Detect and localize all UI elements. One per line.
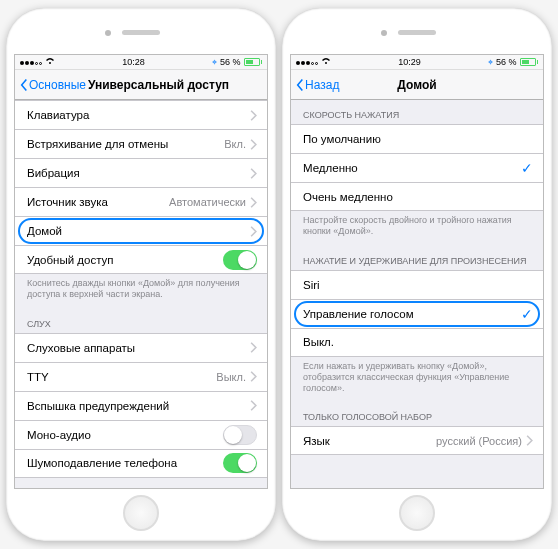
camera bbox=[381, 30, 387, 36]
phone-right: 10:29 ⌖ 56 % Назад Домой СКОРОСТЬ НАЖАТИ… bbox=[282, 8, 552, 541]
settings-list[interactable]: СКОРОСТЬ НАЖАТИЯ По умолчанию Медленно ✓… bbox=[291, 100, 543, 488]
status-bar: 10:28 ⌖ 56 % bbox=[15, 55, 267, 70]
row-voice-control[interactable]: Управление голосом ✓ bbox=[291, 299, 543, 328]
footer-speed: Настройте скорость двойного и тройного н… bbox=[291, 211, 543, 246]
row-off[interactable]: Выкл. bbox=[291, 328, 543, 357]
row-mono-audio[interactable]: Моно-аудио bbox=[15, 420, 267, 449]
row-tty[interactable]: TTY Выкл. bbox=[15, 362, 267, 391]
section-press-hold: НАЖАТИЕ И УДЕРЖИВАНИЕ ДЛЯ ПРОИЗНЕСЕНИЯ bbox=[291, 246, 543, 270]
chevron-right-icon bbox=[250, 197, 257, 208]
signal-icon bbox=[296, 57, 319, 67]
row-speed-slow[interactable]: Медленно ✓ bbox=[291, 153, 543, 182]
section-hearing: СЛУХ bbox=[15, 309, 267, 333]
home-button[interactable] bbox=[399, 495, 435, 531]
wifi-icon bbox=[45, 57, 55, 67]
row-home[interactable]: Домой bbox=[15, 216, 267, 245]
battery-percent: 56 % bbox=[220, 57, 241, 67]
battery-icon bbox=[520, 58, 539, 66]
toggle-reachability[interactable] bbox=[223, 250, 257, 270]
wifi-icon bbox=[321, 57, 331, 67]
row-audio-source[interactable]: Источник звука Автоматически bbox=[15, 187, 267, 216]
section-click-speed: СКОРОСТЬ НАЖАТИЯ bbox=[291, 100, 543, 124]
settings-list[interactable]: Клавиатура Встряхивание для отмены Вкл. … bbox=[15, 100, 267, 488]
row-language[interactable]: Язык русский (Россия) bbox=[291, 426, 543, 455]
battery-percent: 56 % bbox=[496, 57, 517, 67]
speaker bbox=[122, 30, 160, 35]
nav-title: Универсальный доступ bbox=[88, 78, 229, 92]
chevron-right-icon bbox=[526, 435, 533, 446]
row-speed-default[interactable]: По умолчанию bbox=[291, 124, 543, 153]
row-speed-slowest[interactable]: Очень медленно bbox=[291, 182, 543, 211]
row-reachability[interactable]: Удобный доступ bbox=[15, 245, 267, 274]
chevron-right-icon bbox=[250, 371, 257, 382]
chevron-right-icon bbox=[250, 110, 257, 121]
footer-hold: Если нажать и удерживать кнопку «Домой»,… bbox=[291, 357, 543, 403]
status-time: 10:29 bbox=[331, 57, 488, 67]
chevron-right-icon bbox=[250, 342, 257, 353]
row-vibration[interactable]: Вибрация bbox=[15, 158, 267, 187]
screen-left: 10:28 ⌖ 56 % Основные Универсальный дост… bbox=[14, 54, 268, 489]
status-bar: 10:29 ⌖ 56 % bbox=[291, 55, 543, 70]
back-label: Назад bbox=[305, 78, 339, 92]
bluetooth-icon: ⌖ bbox=[212, 57, 217, 68]
home-button[interactable] bbox=[123, 495, 159, 531]
row-led-flash[interactable]: Вспышка предупреждений bbox=[15, 391, 267, 420]
nav-bar: Основные Универсальный доступ bbox=[15, 70, 267, 100]
status-time: 10:28 bbox=[55, 57, 212, 67]
signal-icon bbox=[20, 57, 43, 67]
toggle-noise[interactable] bbox=[223, 453, 257, 473]
chevron-right-icon bbox=[250, 400, 257, 411]
back-button[interactable]: Назад bbox=[291, 78, 339, 92]
camera bbox=[105, 30, 111, 36]
back-button[interactable]: Основные bbox=[15, 78, 86, 92]
bluetooth-icon: ⌖ bbox=[488, 57, 493, 68]
checkmark-icon: ✓ bbox=[521, 306, 533, 322]
phone-left: 10:28 ⌖ 56 % Основные Универсальный дост… bbox=[6, 8, 276, 541]
footer-reachability: Коснитесь дважды кнопки «Домой» для полу… bbox=[15, 274, 267, 309]
chevron-right-icon bbox=[250, 226, 257, 237]
section-voice-dial: ТОЛЬКО ГОЛОСОВОЙ НАБОР bbox=[291, 402, 543, 426]
row-noise-cancel[interactable]: Шумоподавление телефона bbox=[15, 449, 267, 478]
row-hearing-devices[interactable]: Слуховые аппараты bbox=[15, 333, 267, 362]
speaker bbox=[398, 30, 436, 35]
chevron-right-icon bbox=[250, 139, 257, 150]
nav-bar: Назад Домой bbox=[291, 70, 543, 100]
row-keyboard[interactable]: Клавиатура bbox=[15, 100, 267, 129]
row-siri[interactable]: Siri bbox=[291, 270, 543, 299]
row-shake-undo[interactable]: Встряхивание для отмены Вкл. bbox=[15, 129, 267, 158]
back-label: Основные bbox=[29, 78, 86, 92]
screen-right: 10:29 ⌖ 56 % Назад Домой СКОРОСТЬ НАЖАТИ… bbox=[290, 54, 544, 489]
checkmark-icon: ✓ bbox=[521, 160, 533, 176]
toggle-mono[interactable] bbox=[223, 425, 257, 445]
chevron-right-icon bbox=[250, 168, 257, 179]
battery-icon bbox=[244, 58, 263, 66]
